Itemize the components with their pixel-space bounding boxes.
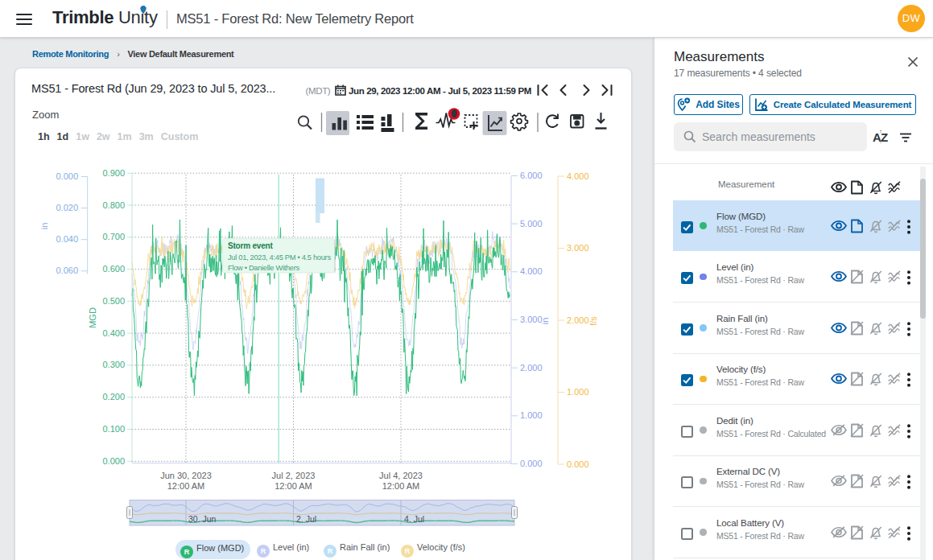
svg-text:1.000: 1.000 [520,410,543,420]
svg-text:0.600: 0.600 [102,264,125,274]
svg-text:30. Jun: 30. Jun [188,514,217,524]
svg-text:Jul 2, 2023: Jul 2, 2023 [272,471,316,480]
svg-text:12:00 AM: 12:00 AM [167,481,204,491]
svg-text:6.000: 6.000 [520,171,543,180]
svg-text:0.700: 0.700 [102,232,125,241]
svg-text:4. Jul: 4. Jul [404,514,424,524]
svg-text:4.000: 4.000 [567,171,589,181]
svg-text:12:00 AM: 12:00 AM [382,481,419,491]
svg-text:0.100: 0.100 [102,424,125,434]
svg-text:Z: Z [881,130,888,144]
svg-text:0.200: 0.200 [102,392,125,401]
svg-text:3.000: 3.000 [520,315,543,324]
svg-text:12:00 AM: 12:00 AM [275,481,312,491]
svg-text:0.900: 0.900 [102,168,125,178]
svg-text:0.400: 0.400 [102,328,125,338]
svg-text:0.000: 0.000 [520,459,543,468]
svg-text:2.000: 2.000 [520,363,543,373]
svg-text:Flow • Danielle Withers: Flow • Danielle Withers [228,264,299,272]
svg-text:Jul 4, 2023: Jul 4, 2023 [379,471,423,480]
svg-text:0: 0 [452,109,456,118]
svg-text:in: in [540,318,550,325]
svg-text:Jul 01, 2023, 4:45 PM • 4.5 ho: Jul 01, 2023, 4:45 PM • 4.5 hours [228,253,331,261]
svg-text:Jun 30, 2023: Jun 30, 2023 [160,471,212,480]
svg-text:MGD: MGD [88,307,97,328]
svg-text:5.000: 5.000 [520,219,543,229]
svg-text:0.000: 0.000 [56,171,78,181]
svg-text:3.000: 3.000 [567,243,589,253]
svg-text:2.000: 2.000 [567,315,589,325]
svg-text:0.000: 0.000 [102,456,125,466]
svg-text:0.060: 0.060 [56,266,78,275]
svg-text:Storm event: Storm event [228,241,273,250]
svg-text:4.000: 4.000 [520,266,543,276]
svg-text:2. Jul: 2. Jul [296,514,316,524]
svg-text:0.000: 0.000 [567,459,589,469]
svg-text:in: in [39,223,49,230]
svg-text:0.020: 0.020 [56,203,78,212]
svg-text:f/s: f/s [588,316,598,326]
svg-text:1.000: 1.000 [567,387,589,397]
svg-text:0.040: 0.040 [56,234,78,244]
svg-text:0.500: 0.500 [102,296,125,306]
svg-text:0.300: 0.300 [102,360,125,369]
svg-text:0.800: 0.800 [102,200,125,210]
